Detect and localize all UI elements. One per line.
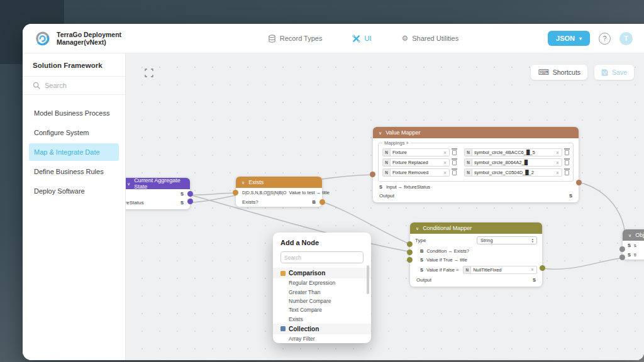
terrago-logo-icon — [34, 30, 51, 47]
sidebar-item-deploy-software[interactable]: Deploy Software — [29, 182, 119, 200]
node-option-number-compare[interactable]: Number Compare — [273, 297, 371, 305]
node-category-list: Comparison Regular Expression Greater Th… — [273, 263, 371, 343]
input-label: Input → fixtureStatus — [386, 184, 430, 190]
node-input-row: B Condition → Exists? — [410, 246, 542, 255]
chevron-down-icon: ∨ — [242, 180, 245, 185]
sidebar-title: Solution Framework — [23, 53, 125, 77]
node-exists[interactable]: ∨ Exists D|D,S,N,B,O[]|S|N|B|O Value to … — [236, 177, 322, 207]
node-output-row: fixtureStatus S — [126, 198, 190, 207]
sidebar-item-define-business-rules[interactable]: Define Business Rules — [29, 163, 119, 180]
input-port[interactable] — [619, 255, 625, 260]
node-header[interactable]: ∨ Value Mapper — [373, 127, 579, 138]
app-window: TerraGo Deployment Manager(vNext) Record… — [23, 24, 644, 360]
mapping-value-input[interactable]: N symbol_circle_4BACC6_█_5 × — [464, 148, 562, 156]
app-title: TerraGo Deployment Manager(vNext) — [57, 31, 121, 46]
mapping-value-input[interactable]: N symbol_circle_C0504D_█_2 × — [464, 168, 562, 177]
delete-mapping-icon[interactable] — [565, 170, 569, 175]
node-option-text-compare[interactable]: Text Compare — [273, 305, 371, 314]
clear-icon[interactable]: × — [555, 160, 562, 166]
nav-shared-utilities[interactable]: ⚙ Shared Utilities — [401, 34, 458, 43]
delete-mapping-icon[interactable] — [452, 170, 457, 175]
mapping-value-value: symbol_circle_8064A2_█ — [472, 160, 555, 165]
json-button[interactable]: JSON ▾ — [548, 31, 590, 46]
input-type: S — [628, 252, 631, 258]
input-port-value-if-false[interactable] — [407, 257, 413, 263]
node-input-row: D|D,S,N,B,O[]|S|N|B|O Value to test → ti… — [236, 188, 322, 197]
node-option-exists[interactable]: Exists — [273, 315, 371, 324]
delete-mapping-icon[interactable] — [565, 150, 569, 155]
fullscreen-button[interactable] — [145, 69, 153, 80]
mapping-key-input[interactable]: N Fixture × — [382, 148, 450, 156]
clear-icon[interactable]: × — [555, 150, 562, 156]
input-port-fixturestatus[interactable] — [370, 172, 375, 177]
delete-mapping-icon[interactable] — [565, 160, 569, 165]
node-option-regular-expression[interactable]: Regular Expression — [273, 278, 371, 287]
output-port-title[interactable] — [187, 191, 193, 197]
clear-icon[interactable]: × — [443, 160, 449, 166]
nav-ui[interactable]: UI — [352, 34, 371, 43]
node-current-aggregate-state[interactable]: ∨ Current Aggregate State title S fixtur… — [126, 178, 190, 209]
output-port[interactable] — [540, 265, 545, 271]
node-header[interactable]: ∨ Exists — [236, 177, 322, 188]
type-badge: N — [465, 168, 472, 177]
comparison-swatch-icon — [280, 271, 286, 276]
input-port[interactable] — [619, 246, 625, 252]
input-port-condition[interactable] — [407, 241, 413, 247]
mapping-key-input[interactable]: N Fixture Replaced × — [382, 158, 450, 167]
node-value-mapper[interactable]: ∨ Value Mapper Mappings + N Fixture × — [373, 127, 579, 202]
clear-icon[interactable]: × — [443, 150, 449, 156]
mappings-group: Mappings + N Fixture × — [378, 140, 574, 182]
mapping-row: N Fixture Removed × N symbol_circle_C050… — [382, 168, 569, 177]
delete-mapping-icon[interactable] — [452, 150, 457, 155]
shortcuts-button[interactable]: ⌨ Shortcuts — [531, 65, 587, 80]
sidebar-search — [23, 77, 125, 95]
node-conditional-mapper[interactable]: ∨ Conditional Mapper Type String ▴▾ — [410, 222, 542, 287]
avatar[interactable]: T — [619, 32, 633, 45]
category-comparison[interactable]: Comparison — [273, 268, 371, 278]
node-option-array-filter[interactable]: Array Filter — [273, 334, 371, 343]
output-port-fixturestatus[interactable] — [187, 199, 193, 204]
chevron-down-icon: ∨ — [628, 233, 631, 238]
sidebar: Solution Framework Model Business Proces… — [23, 53, 126, 360]
flow-canvas[interactable]: ⌨ Shortcuts Save ∨ — [126, 53, 644, 360]
avatar-initial: T — [624, 35, 628, 42]
mapping-key-input[interactable]: N Fixture Removed × — [382, 168, 450, 177]
help-button[interactable]: ? — [599, 33, 611, 45]
nav-record-types[interactable]: Record Types — [268, 34, 323, 43]
mappings-label[interactable]: Mappings + — [382, 140, 411, 146]
type-badge: N — [465, 158, 472, 167]
node-input-row: S Value if True → title — [410, 255, 542, 264]
search-input[interactable] — [45, 82, 114, 89]
output-port-exists[interactable] — [319, 199, 325, 205]
input-port-value-if-true[interactable] — [407, 250, 413, 255]
delete-mapping-icon[interactable] — [452, 160, 457, 165]
clear-icon[interactable]: × — [443, 170, 449, 176]
popup-scrollbar[interactable] — [367, 265, 369, 294]
popup-title: Add a Node — [273, 233, 371, 251]
input-type: S — [628, 243, 631, 248]
input-port-value-to-test[interactable] — [233, 190, 238, 195]
mapping-value-input[interactable]: N symbol_circle_8064A2_█ × — [464, 158, 562, 167]
search-icon — [33, 82, 40, 89]
node-header[interactable]: ∨ Current Aggregate State — [126, 178, 190, 189]
node-object[interactable]: ∨ Obj S s S ti — [623, 229, 644, 260]
output-type: B — [313, 199, 316, 205]
node-input-row: S Value if False = N NullTitleFixed × — [410, 264, 542, 275]
sidebar-item-map-integrate-date[interactable]: Map & Integrate Date — [29, 143, 119, 161]
node-option-greater-than[interactable]: Greater Than — [273, 287, 371, 296]
save-button[interactable]: Save — [594, 65, 634, 80]
canvas-toolbar: ⌨ Shortcuts Save — [531, 65, 634, 80]
output-port[interactable] — [576, 180, 582, 185]
sidebar-item-configure-system[interactable]: Configure System — [29, 124, 119, 141]
node-header[interactable]: ∨ Obj — [623, 229, 644, 241]
clear-icon[interactable]: × — [555, 170, 562, 176]
sidebar-item-model-business-process[interactable]: Model Business Process — [29, 104, 119, 122]
output-type: S — [180, 191, 184, 197]
category-collection[interactable]: Collection — [273, 324, 371, 334]
type-select[interactable]: String ▴▾ — [477, 236, 537, 244]
node-search-input[interactable] — [280, 251, 364, 263]
node-header[interactable]: ∨ Conditional Mapper — [410, 222, 542, 234]
clear-icon[interactable]: × — [530, 266, 536, 273]
node-title: Current Aggregate State — [134, 177, 184, 190]
false-value-input[interactable]: N NullTitleFixed × — [463, 266, 537, 274]
